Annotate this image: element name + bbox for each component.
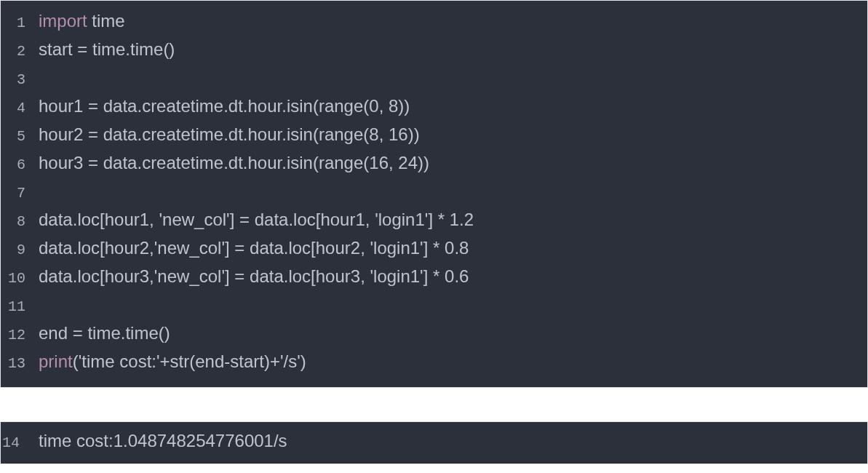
- token-id: ] *: [423, 238, 445, 258]
- token-id: ]: [230, 210, 239, 229]
- output-text: time cost:1.048748254776001/s: [36, 428, 867, 454]
- code-cell[interactable]: 1import time2start = time.time()3 4hour1…: [0, 0, 868, 388]
- token-num: 0: [369, 96, 378, 116]
- token-id: ]: [225, 266, 234, 286]
- token-op: =: [239, 210, 250, 229]
- token-strhl: 'login1': [370, 238, 423, 258]
- token-id: data.loc[hour3,: [39, 266, 154, 286]
- token-id: time: [92, 11, 124, 31]
- line-number: 8: [1, 209, 36, 235]
- token-id: ,: [379, 96, 389, 116]
- code-text: data.loc[hour2,'new_col'] = data.loc[hou…: [36, 235, 867, 261]
- code-text: [36, 65, 867, 91]
- code-line: 12end = time.time(): [1, 320, 867, 349]
- code-line: 5hour2 = data.createtime.dt.hour.isin(ra…: [1, 122, 867, 150]
- token-strhl: 'login1': [370, 266, 423, 286]
- code-text: start = time.time(): [36, 36, 867, 63]
- token-id: data.loc[hour2,: [244, 238, 370, 258]
- code-text: [36, 292, 867, 318]
- line-number: 10: [1, 266, 36, 292]
- line-number: 4: [1, 95, 36, 122]
- token-id: ,: [379, 124, 389, 144]
- token-id: ,: [389, 153, 398, 172]
- token-num: 8: [389, 96, 398, 116]
- token-strhl: 'new_col': [154, 238, 225, 258]
- code-line: 8data.loc[hour1, 'new_col'] = data.loc[h…: [1, 207, 867, 235]
- code-text: data.loc[hour1, 'new_col'] = data.loc[ho…: [36, 207, 867, 233]
- token-strhl: 'time cost:': [79, 351, 160, 371]
- line-number: 11: [1, 294, 36, 320]
- token-id: )): [418, 153, 429, 172]
- code-line: 4hour1 = data.createtime.dt.hour.isin(ra…: [1, 93, 867, 122]
- token-num: 8: [369, 124, 378, 144]
- token-id: time.time(): [83, 323, 170, 343]
- code-line: 7: [1, 178, 867, 207]
- token-kw: print: [39, 351, 73, 371]
- token-strhl: '/s': [280, 351, 300, 371]
- line-number: 13: [1, 351, 36, 377]
- token-id: )): [398, 96, 410, 116]
- code-line: 2start = time.time(): [1, 36, 867, 65]
- token-id: data.createtime.dt.hour.isin(range(: [98, 153, 369, 172]
- token-id: )): [408, 124, 420, 144]
- token-id: data.loc[hour2,: [39, 238, 154, 258]
- line-number: 7: [1, 180, 36, 207]
- token-op: =: [73, 323, 83, 343]
- token-id: data.loc[hour3,: [244, 266, 370, 286]
- line-number: 9: [1, 237, 36, 263]
- line-number: 6: [1, 152, 36, 178]
- token-id: ]: [225, 238, 234, 258]
- token-id: end: [39, 323, 73, 343]
- token-op: =: [77, 39, 87, 59]
- token-op: =: [234, 238, 244, 258]
- token-op: =: [88, 96, 98, 116]
- token-id: hour1: [39, 96, 88, 116]
- code-text: import time: [36, 8, 867, 34]
- code-text: data.loc[hour3,'new_col'] = data.loc[hou…: [36, 263, 867, 290]
- code-text: hour3 = data.createtime.dt.hour.isin(ran…: [36, 150, 867, 176]
- token-id: data.loc[hour1,: [250, 210, 375, 229]
- token-op: =: [234, 266, 244, 286]
- token-kw: import: [39, 11, 87, 31]
- token-num: 16: [389, 124, 408, 144]
- token-strhl: 'login1': [375, 210, 428, 229]
- output-cell: 14time cost:1.048748254776001/s: [0, 421, 868, 464]
- code-line: 10data.loc[hour3,'new_col'] = data.loc[h…: [1, 263, 867, 292]
- token-num: 16: [369, 153, 389, 172]
- code-line: 9data.loc[hour2,'new_col'] = data.loc[ho…: [1, 235, 867, 263]
- code-line: 6hour3 = data.createtime.dt.hour.isin(ra…: [1, 150, 867, 178]
- token-id: data.loc[hour1,: [39, 210, 159, 229]
- line-number: 5: [1, 124, 36, 150]
- token-id: hour2: [39, 124, 88, 144]
- code-line: 3: [1, 65, 867, 93]
- token-id: ] *: [423, 266, 445, 286]
- token-id: time.time(): [87, 39, 175, 59]
- code-line: 11: [1, 292, 867, 320]
- code-text: hour2 = data.createtime.dt.hour.isin(ran…: [36, 122, 867, 148]
- token-id: start): [230, 351, 270, 371]
- code-text: end = time.time(): [36, 320, 867, 346]
- cell-gap: [0, 388, 868, 421]
- token-id: data.createtime.dt.hour.isin(range(: [98, 124, 369, 144]
- token-num: 0.8: [445, 238, 469, 258]
- token-op: =: [88, 153, 98, 172]
- token-id: start: [39, 39, 77, 59]
- token-id: (: [73, 351, 79, 371]
- token-op: +: [160, 351, 170, 371]
- line-number: 14: [1, 430, 36, 456]
- code-text: hour1 = data.createtime.dt.hour.isin(ran…: [36, 93, 867, 119]
- code-line: 13print('time cost:'+str(end-start)+'/s'…: [1, 349, 867, 377]
- token-id: ] *: [428, 210, 449, 229]
- token-id: hour3: [39, 153, 88, 172]
- token-num: 0.6: [445, 266, 469, 286]
- code-line: 1import time: [1, 8, 867, 36]
- token-id: str(end: [170, 351, 225, 371]
- token-num: 1.2: [450, 210, 474, 229]
- line-number: 2: [1, 39, 36, 65]
- code-text: print('time cost:'+str(end-start)+'/s'): [36, 349, 867, 375]
- output-line: 14time cost:1.048748254776001/s: [1, 428, 867, 456]
- code-text: [36, 178, 867, 204]
- token-strhl: 'new_col': [159, 210, 229, 229]
- token-strhl: 'new_col': [154, 266, 225, 286]
- line-number: 3: [1, 67, 36, 93]
